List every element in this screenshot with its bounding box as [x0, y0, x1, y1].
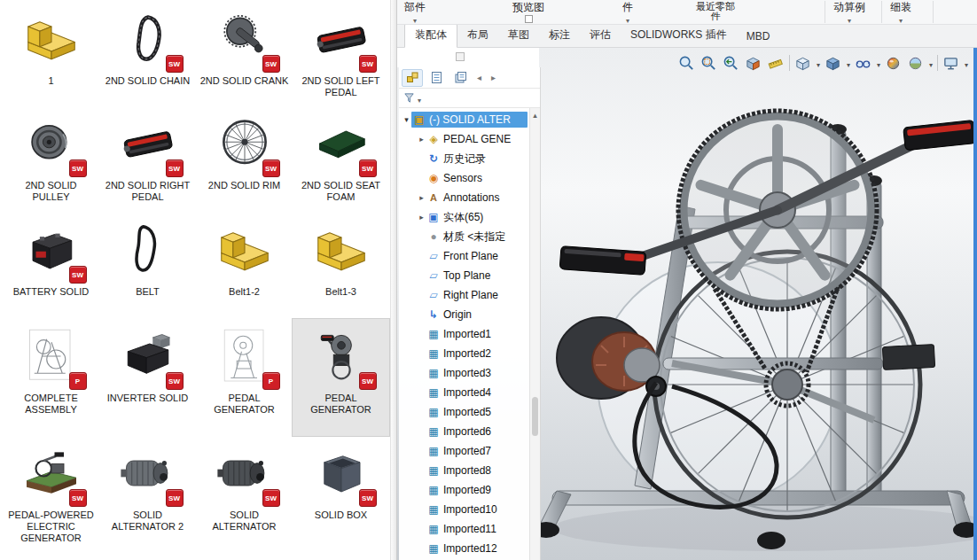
file-item[interactable]: SW 2ND SOLID PULLEY [3, 106, 99, 213]
chevron-down-icon[interactable] [847, 55, 850, 71]
tab-scroll-right-icon[interactable] [488, 70, 499, 86]
chevron-down-icon[interactable] [877, 55, 880, 71]
sw-badge: SW [262, 489, 280, 507]
ribbon-motion-study-button[interactable]: 动算例 [833, 2, 865, 26]
file-item[interactable]: 1 [3, 2, 99, 106]
tree-item-imported[interactable]: Imported3 [399, 363, 540, 383]
file-item[interactable]: SW 2ND SOLID RIM [196, 106, 293, 213]
panel-options-button[interactable] [456, 52, 465, 61]
chevron-down-icon [899, 13, 903, 26]
tree-item-imported[interactable]: Imported12 [399, 539, 540, 558]
chevron-down-icon[interactable] [929, 55, 933, 71]
tree-item-sensors[interactable]: Sensors [399, 168, 540, 188]
tree-scrollbar[interactable] [529, 108, 540, 560]
file-item[interactable]: SW 2ND SOLID SEAT FOAM [293, 106, 389, 213]
preview-checkbox[interactable] [525, 15, 533, 23]
chevron-down-icon[interactable] [965, 55, 968, 71]
ribbon-insert-component-button[interactable]: 部件 [404, 2, 426, 26]
tree-item-top-plane[interactable]: Top Plane [399, 266, 540, 285]
file-item[interactable]: SW 2ND SOLID CHAIN [99, 2, 196, 106]
hide-show-items-icon[interactable] [855, 54, 872, 72]
file-item[interactable]: SW SOLID BOX [293, 436, 389, 560]
tree-item-history[interactable]: 历史记录 [399, 149, 540, 168]
tree-item-imported[interactable]: Imported2 [399, 344, 540, 363]
tree-item-annotations[interactable]: Annotations [399, 188, 540, 207]
file-item[interactable]: Belt1-2 [196, 213, 293, 319]
file-item-selected[interactable]: SW PEDAL GENERATOR [293, 319, 389, 436]
expand-arrow-icon[interactable] [417, 135, 426, 144]
file-item[interactable]: SW INVERTER SOLID [99, 319, 196, 436]
file-item[interactable]: P PEDAL GENERATOR [196, 319, 293, 436]
imported-feature-icon [426, 367, 441, 379]
sw-badge: SW [359, 159, 377, 177]
tree-item-subassembly[interactable]: PEDAL GENE [399, 129, 540, 149]
tree-item-front-plane[interactable]: Front Plane [399, 246, 540, 266]
expand-arrow-icon[interactable] [417, 193, 426, 202]
tree-item-right-plane[interactable]: Right Plane [399, 285, 540, 305]
tree-item-imported[interactable]: Imported9 [399, 480, 540, 500]
tree-item-imported[interactable]: Imported10 [399, 500, 540, 519]
tree-item-imported[interactable]: Imported6 [399, 422, 540, 441]
tab-layout[interactable]: 布局 [457, 24, 498, 47]
scrollbar-thumb[interactable] [532, 397, 538, 436]
tree-item-imported[interactable]: Imported4 [399, 383, 540, 402]
file-label: 2ND SOLID RIM [208, 180, 280, 191]
tree-item-origin[interactable]: Origin [399, 305, 540, 324]
ribbon-component-button[interactable]: 件 [622, 2, 633, 26]
tree-item-solid-bodies[interactable]: 实体(65) [399, 207, 540, 227]
ribbon-preview-window-button[interactable]: 预览图 [512, 2, 544, 23]
file-item[interactable]: SW 2ND SOLID RIGHT PEDAL [99, 106, 196, 213]
imported-feature-icon [426, 347, 441, 360]
tab-sketch[interactable]: 草图 [498, 24, 539, 47]
imported-feature-icon [426, 445, 441, 457]
expand-arrow-icon[interactable] [402, 115, 411, 124]
tab-assembly[interactable]: 装配体 [404, 23, 457, 48]
view-orientation-icon[interactable] [794, 54, 812, 72]
measure-icon[interactable] [767, 54, 785, 72]
file-item[interactable]: SW 2ND SOLID LEFT PEDAL [293, 2, 389, 106]
tab-solidworks-addins[interactable]: SOLIDWORKS 插件 [621, 24, 737, 47]
file-item[interactable]: SW SOLID ALTERNATOR [196, 436, 293, 560]
featuremanager-tree-tab[interactable] [402, 69, 423, 87]
chevron-down-icon[interactable] [817, 55, 820, 71]
previous-view-icon[interactable] [723, 54, 740, 72]
plane-icon [426, 289, 441, 301]
view-settings-icon[interactable] [942, 54, 960, 72]
display-style-icon[interactable] [825, 54, 842, 72]
filter-funnel-icon[interactable] [403, 92, 415, 104]
graphics-viewport[interactable]: (-) SOLID ALTER PEDAL GENE 历史记录 [397, 48, 977, 560]
tree-item-label: PEDAL GENE [441, 132, 513, 146]
imported-feature-icon [426, 503, 441, 516]
zoom-to-fit-icon[interactable] [678, 54, 696, 72]
section-view-icon[interactable] [745, 54, 762, 72]
ribbon-recent-components-button[interactable]: 最近零部件 [695, 2, 736, 21]
file-item[interactable]: SW 2ND SOLID CRANK [196, 2, 293, 106]
zoom-to-area-icon[interactable] [700, 54, 718, 72]
file-item[interactable]: P COMPLETE ASSEMBLY [3, 319, 99, 436]
configurationmanager-tab[interactable] [449, 69, 471, 87]
ribbon-exploded-view-button[interactable]: 细装 [890, 2, 911, 26]
chevron-down-icon[interactable] [418, 90, 421, 106]
propertymanager-tab[interactable] [426, 69, 447, 87]
scroll-up-icon[interactable] [530, 108, 540, 120]
apply-scene-icon[interactable] [907, 54, 925, 72]
tree-item-imported[interactable]: Imported7 [399, 441, 540, 461]
tree-item-imported[interactable]: Imported5 [399, 402, 540, 422]
file-item[interactable]: SW SOLID ALTERNATOR 2 [99, 436, 196, 560]
file-item[interactable]: SW BATTERY SOLID [3, 213, 99, 319]
file-item[interactable]: Belt1-3 [293, 213, 389, 319]
tab-mbd[interactable]: MBD [737, 27, 780, 47]
tree-item-imported[interactable]: Imported8 [399, 461, 540, 480]
panel-splitter[interactable] [390, 0, 397, 560]
tree-item-imported[interactable]: Imported1 [399, 324, 540, 344]
tab-evaluate[interactable]: 评估 [580, 24, 621, 47]
file-item[interactable]: BELT [99, 213, 196, 319]
edit-appearance-icon[interactable] [885, 54, 903, 72]
tree-item-root-assembly[interactable]: (-) SOLID ALTER [399, 110, 540, 129]
tree-item-imported[interactable]: Imported11 [399, 519, 540, 539]
expand-arrow-icon[interactable] [417, 213, 426, 222]
file-item[interactable]: SW PEDAL-POWERED ELECTRIC GENERATOR [3, 436, 99, 560]
tab-scroll-left-icon[interactable] [473, 70, 485, 86]
tree-item-material[interactable]: 材质 <未指定 [399, 227, 540, 246]
tab-annotation[interactable]: 标注 [539, 24, 580, 47]
